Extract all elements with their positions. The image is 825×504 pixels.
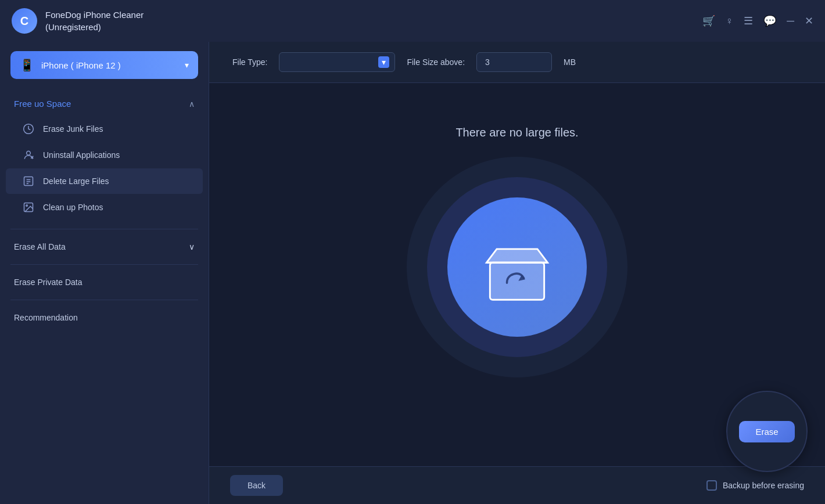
sidebar-divider-1 xyxy=(10,229,198,229)
app-title: FoneDog iPhone Cleaner (Unregistered) xyxy=(45,9,144,33)
main-layout: 📱 iPhone ( iPhone 12 ) ▾ Free uo Space ∧… xyxy=(0,42,825,504)
file-size-input[interactable] xyxy=(476,52,552,72)
erase-private-label: Erase Private Data xyxy=(14,278,82,287)
large-files-icon xyxy=(22,175,35,188)
clean-photos-label: Clean up Photos xyxy=(43,203,103,212)
backup-checkbox[interactable] xyxy=(706,480,717,491)
free-space-header[interactable]: Free uo Space ∧ xyxy=(0,92,209,116)
device-dropdown-icon: ▾ xyxy=(185,60,189,70)
recommendation-label: Recommendation xyxy=(14,313,78,322)
svg-point-1 xyxy=(27,151,31,155)
backup-label: Backup before erasing xyxy=(723,481,804,490)
svg-rect-4 xyxy=(24,177,33,186)
content-area: File Type: All Types Images Videos Audio… xyxy=(209,42,825,504)
user-icon[interactable]: ♀ xyxy=(726,15,734,27)
footer-right: Backup before erasing xyxy=(706,480,804,491)
free-space-title: Free uo Space xyxy=(14,99,71,109)
erase-all-label: Erase All Data xyxy=(14,242,66,251)
sidebar-divider-2 xyxy=(10,264,198,265)
sidebar-item-recommendation[interactable]: Recommendation xyxy=(0,305,209,330)
svg-point-9 xyxy=(26,205,28,207)
sidebar-item-uninstall-apps[interactable]: Uninstall Applications xyxy=(6,142,203,168)
clock-icon xyxy=(22,123,35,135)
uninstall-icon xyxy=(22,149,35,161)
back-button[interactable]: Back xyxy=(230,475,283,496)
erase-junk-label: Erase Junk Files xyxy=(43,124,103,134)
empty-message: There are no large files. xyxy=(455,126,578,139)
photos-icon xyxy=(22,201,35,214)
close-icon[interactable]: ✕ xyxy=(805,15,813,27)
device-selector[interactable]: 📱 iPhone ( iPhone 12 ) ▾ xyxy=(10,51,198,79)
sidebar-item-delete-large[interactable]: Delete Large Files xyxy=(6,168,203,194)
empty-illustration xyxy=(407,157,627,377)
file-type-select[interactable]: All Types Images Videos Audio Documents xyxy=(279,52,395,72)
chat-icon[interactable]: 💬 xyxy=(763,15,776,27)
phone-icon: 📱 xyxy=(20,58,34,72)
sidebar-section-free-space: Free uo Space ∧ Erase Junk Files Uninsta xyxy=(0,88,209,224)
sidebar: 📱 iPhone ( iPhone 12 ) ▾ Free uo Space ∧… xyxy=(0,42,209,504)
file-type-wrapper: All Types Images Videos Audio Documents … xyxy=(279,52,395,72)
minimize-icon[interactable]: ─ xyxy=(787,15,794,27)
filter-bar: File Type: All Types Images Videos Audio… xyxy=(209,42,825,83)
titlebar-left: C FoneDog iPhone Cleaner (Unregistered) xyxy=(12,8,144,34)
svg-rect-10 xyxy=(490,262,544,300)
erase-circle: Erase xyxy=(726,391,808,472)
app-logo: C xyxy=(12,8,37,34)
sidebar-item-clean-photos[interactable]: Clean up Photos xyxy=(6,195,203,220)
box-icon xyxy=(476,225,558,309)
footer-bar: Back Backup before erasing xyxy=(209,466,825,504)
file-size-label: File Size above: xyxy=(407,57,465,67)
sidebar-item-erase-all[interactable]: Erase All Data ∨ xyxy=(0,234,209,260)
backup-checkbox-label[interactable]: Backup before erasing xyxy=(706,480,804,491)
file-size-unit: MB xyxy=(564,57,576,67)
sidebar-item-erase-junk[interactable]: Erase Junk Files xyxy=(6,116,203,142)
file-type-label: File Type: xyxy=(232,57,267,67)
menu-icon[interactable]: ☰ xyxy=(744,15,753,27)
delete-large-label: Delete Large Files xyxy=(43,177,109,186)
erase-button[interactable]: Erase xyxy=(739,421,794,442)
device-name: iPhone ( iPhone 12 ) xyxy=(41,60,121,70)
sidebar-item-erase-private[interactable]: Erase Private Data xyxy=(0,269,209,295)
sidebar-divider-3 xyxy=(10,300,198,300)
titlebar: C FoneDog iPhone Cleaner (Unregistered) … xyxy=(0,0,825,42)
cart-icon[interactable]: 🛒 xyxy=(702,15,715,27)
free-space-collapse-icon: ∧ xyxy=(189,99,195,109)
uninstall-apps-label: Uninstall Applications xyxy=(43,150,120,160)
erase-all-chevron: ∨ xyxy=(189,242,195,251)
titlebar-right: 🛒 ♀ ☰ 💬 ─ ✕ xyxy=(702,15,813,27)
